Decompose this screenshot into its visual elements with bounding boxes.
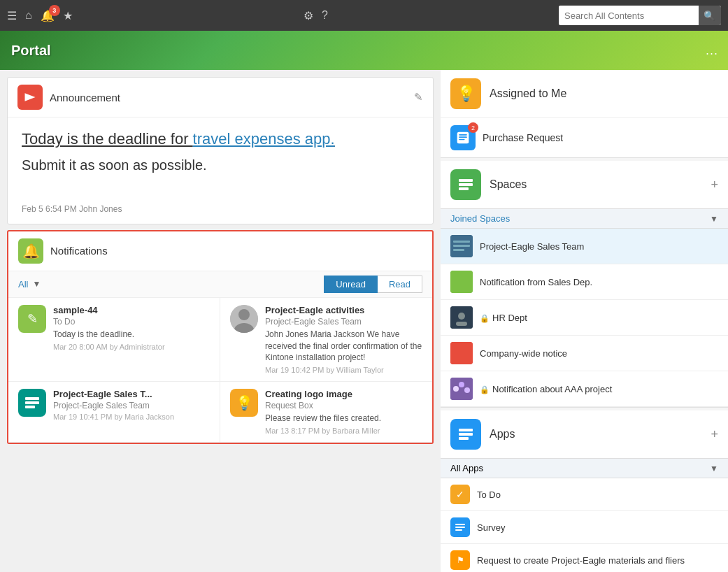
apps-chevron-icon[interactable]: ▼ — [710, 464, 718, 473]
notif-item-content: sample-44 To Do Today is the deadline. M… — [53, 305, 210, 374]
lock-icon: 🔒 — [480, 385, 490, 394]
assigned-item-label: Purchase Request — [483, 132, 563, 143]
star-icon[interactable]: ★ — [63, 9, 73, 22]
svg-rect-11 — [459, 179, 473, 182]
apps-widget: Apps + All Apps ▼ ✓ To Do Survey — [441, 410, 728, 572]
svg-rect-30 — [455, 524, 465, 525]
notif-item-title: Creating logo image — [265, 389, 422, 399]
notif-item-meta: Mar 19 10:41 PM by Maria Jackson — [53, 413, 210, 421]
notif-item-title: sample-44 — [53, 305, 210, 315]
tab-unread[interactable]: Unread — [324, 276, 378, 293]
notifications-header: 🔔 Notifications — [8, 231, 432, 271]
search-input[interactable] — [559, 6, 699, 25]
space-item[interactable]: Notification from Sales Dep. — [441, 264, 728, 300]
notif-app-icon: 💡 — [230, 389, 258, 417]
announcement-subtext: Submit it as soon as possible. — [22, 157, 419, 173]
filter-tabs: Unread Read — [324, 276, 422, 293]
svg-rect-13 — [459, 187, 469, 190]
all-apps-label[interactable]: All Apps — [450, 463, 483, 473]
spaces-header: Spaces + — [441, 161, 728, 208]
apps-title: Apps — [490, 428, 515, 441]
search-button[interactable]: 🔍 — [699, 6, 721, 25]
space-label: Notification from Sales Dep. — [480, 277, 592, 287]
space-item[interactable]: Company-wide notice — [441, 336, 728, 371]
notif-item-body: John Jones Maria Jackson We have receive… — [265, 329, 422, 364]
svg-rect-17 — [453, 249, 464, 251]
svg-rect-9 — [459, 136, 467, 138]
svg-point-26 — [464, 387, 470, 393]
notif-item-body: Please review the files created. — [265, 413, 422, 424]
notifications-card: 🔔 Notifications All ▼ Unread Read ✎ — [7, 230, 434, 444]
app-icon: ⚑ — [450, 550, 470, 570]
svg-rect-6 — [25, 406, 35, 408]
settings-icon[interactable]: ⚙ — [304, 9, 313, 22]
space-item[interactable]: 🔒HR Dept — [441, 300, 728, 336]
notification-item[interactable]: Project-Eagle activities Project-Eagle S… — [220, 298, 432, 382]
announcement-icon — [17, 85, 43, 110]
spaces-chevron-icon[interactable]: ▼ — [710, 214, 718, 224]
main-layout: Announcement ✎ Today is the deadline for… — [0, 70, 728, 572]
svg-rect-5 — [25, 401, 39, 404]
notif-item-body: Today is the deadline. — [53, 329, 210, 341]
notif-app-icon — [18, 389, 46, 417]
assigned-title: Assigned to Me — [490, 87, 566, 100]
space-label: 🔒HR Dept — [480, 313, 527, 323]
notif-item-content: Creating logo image Request Box Please r… — [265, 389, 422, 435]
notification-item[interactable]: 💡 Creating logo image Request Box Please… — [220, 382, 432, 443]
assigned-app-icon: 2 — [450, 125, 476, 150]
space-label: Company-wide notice — [480, 348, 567, 359]
headline-text: Today is the deadline for — [22, 130, 193, 148]
notifications-filter-bar: All ▼ Unread Read — [8, 271, 432, 298]
assigned-item[interactable]: 2 Purchase Request — [441, 117, 728, 157]
headline-link[interactable]: travel expenses app. — [193, 130, 335, 148]
widget-header: 💡 Assigned to Me — [441, 70, 728, 117]
portal-banner: Portal ... — [0, 31, 728, 70]
announcement-card: Announcement ✎ Today is the deadline for… — [7, 77, 434, 224]
space-item[interactable]: 🔒Notification about AAA project — [441, 371, 728, 407]
space-item[interactable]: Project-Eagle Sales Team — [441, 229, 728, 264]
svg-rect-16 — [453, 245, 470, 247]
hamburger-icon[interactable]: ☰ — [7, 9, 17, 22]
app-item[interactable]: ✓ To Do — [441, 478, 728, 511]
svg-point-20 — [458, 313, 465, 320]
spaces-add-button[interactable]: + — [711, 178, 718, 192]
help-icon[interactable]: ? — [322, 9, 328, 22]
joined-spaces-label[interactable]: Joined Spaces — [450, 213, 510, 224]
announcement-footer: Feb 5 6:54 PM John Jones — [8, 199, 433, 224]
announcement-header: Announcement ✎ — [8, 78, 433, 117]
app-item[interactable]: Survey — [441, 511, 728, 544]
tab-read[interactable]: Read — [378, 276, 422, 293]
assigned-badge: 2 — [468, 122, 478, 133]
space-thumbnail — [450, 378, 473, 400]
notification-item[interactable]: ✎ sample-44 To Do Today is the deadline.… — [8, 298, 220, 382]
portal-title: Portal — [11, 43, 51, 59]
svg-rect-15 — [453, 241, 470, 243]
notif-item-app: Project-Eagle Sales Team — [265, 317, 422, 327]
notif-item-app: To Do — [53, 317, 210, 327]
notification-item[interactable]: Project-Eagle Sales T... Project-Eagle S… — [8, 382, 220, 443]
notification-badge: 3 — [49, 5, 60, 16]
announcement-edit-button[interactable]: ✎ — [414, 91, 423, 103]
space-thumbnail — [450, 271, 473, 293]
app-item[interactable]: ⚑ Request to create Project-Eagle materi… — [441, 544, 728, 572]
svg-rect-21 — [456, 322, 467, 326]
svg-rect-31 — [455, 527, 465, 528]
announcement-headline: Today is the deadline for travel expense… — [22, 129, 419, 150]
app-label: To Do — [477, 489, 501, 500]
filter-all-label[interactable]: All — [18, 279, 28, 289]
space-label: Project-Eagle Sales Team — [480, 241, 584, 252]
spaces-widget: Spaces + Joined Spaces ▼ Project-Eagle S… — [441, 161, 728, 408]
notif-app-icon: ✎ — [18, 305, 46, 333]
svg-point-25 — [459, 382, 464, 387]
space-thumbnail — [450, 306, 473, 329]
home-icon[interactable]: ⌂ — [25, 9, 32, 22]
apps-header: Apps + — [441, 410, 728, 458]
filter-chevron-icon[interactable]: ▼ — [32, 279, 41, 289]
app-label: Request to create Project-Eagle material… — [477, 555, 685, 566]
notification-icon[interactable]: 🔔 3 — [41, 9, 55, 22]
portal-more-button[interactable]: ... — [706, 43, 718, 58]
space-label: 🔒Notification about AAA project — [480, 384, 612, 394]
apps-add-button[interactable]: + — [711, 427, 718, 442]
notif-item-app: Request Box — [265, 401, 422, 410]
svg-rect-29 — [459, 437, 469, 440]
